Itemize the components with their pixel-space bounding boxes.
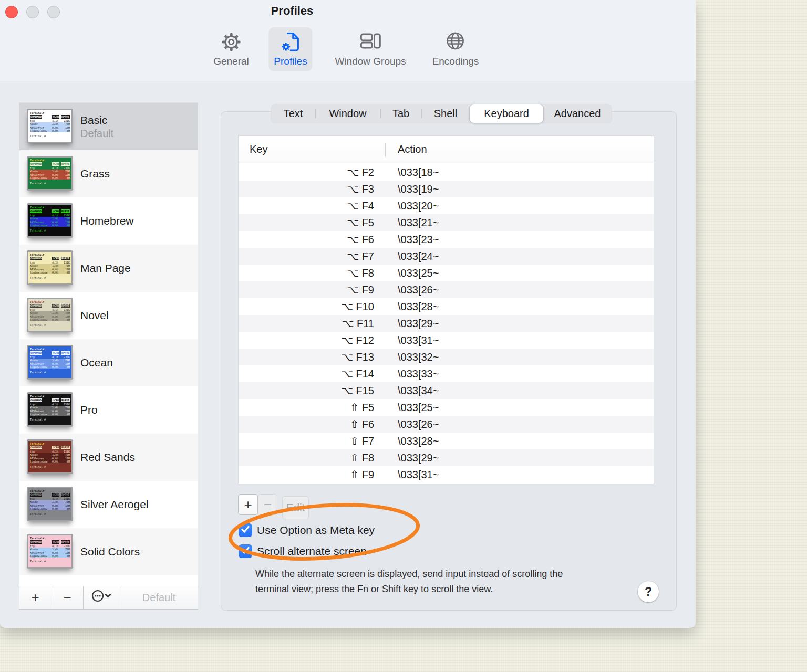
minus-icon: − [264, 497, 272, 513]
table-row[interactable]: ⌥ F3 \033[19~ [239, 181, 654, 197]
action-cell: \033[21~ [385, 217, 439, 229]
toolbar-item-profiles[interactable]: Profiles [268, 27, 312, 71]
scroll-alternate-screen-checkbox[interactable]: Scroll alternate screen [239, 544, 367, 558]
toolbar-item-general[interactable]: General [208, 27, 254, 71]
key-cell: ⌥ F8 [239, 267, 385, 279]
checkbox-label: Scroll alternate screen [257, 545, 367, 558]
table-row[interactable]: ⌥ F5 \033[21~ [239, 214, 654, 231]
thumbnail-row: loginwindow0.0%4M [30, 554, 70, 558]
help-text-line: terminal view; press the Fn or Shift key… [255, 582, 563, 597]
key-cell: ⇧ F7 [239, 435, 385, 447]
profile-list-item[interactable]: Terminal# COMMAND %CPU RPRVT top4.1%231K… [19, 150, 198, 197]
thumbnail-row: loginwindow0.0%4M [30, 318, 70, 321]
tab-text[interactable]: Text [271, 104, 315, 123]
table-row[interactable]: ⇧ F7 \033[28~ [239, 433, 654, 449]
profile-list-item[interactable]: Terminal# COMMAND %CPU RPRVT top4.1%231K… [19, 339, 198, 386]
key-cell: ⇧ F5 [239, 401, 385, 414]
thumbnail-row: loginwindow0.0%4M [30, 129, 70, 132]
checkbox-checked[interactable] [239, 523, 252, 537]
key-cell: ⌥ F5 [239, 216, 385, 229]
thumbnail-row: loginwindow0.0%4M [30, 224, 70, 227]
table-row[interactable]: ⌥ F13 \033[32~ [239, 349, 654, 365]
toolbar-label: General [213, 56, 249, 67]
add-key-button[interactable]: + [238, 494, 258, 515]
thumbnail-row: loginwindow0.0%4M [30, 365, 70, 369]
column-header-action[interactable]: Action [398, 143, 427, 155]
tab-window[interactable]: Window [315, 104, 380, 123]
checkbox-checked[interactable] [239, 544, 252, 558]
profile-sidebar: Terminal# COMMAND %CPU RPRVT top4.1%231K… [19, 102, 198, 610]
table-row[interactable]: ⌥ F2 \033[18~ [239, 164, 654, 181]
table-row[interactable]: ⌥ F12 \033[31~ [239, 332, 654, 349]
table-row[interactable]: ⌥ F11 \033[29~ [239, 315, 654, 332]
toolbar-label: Profiles [274, 56, 307, 67]
table-row[interactable]: ⌥ F6 \033[23~ [239, 231, 654, 248]
key-cell: ⌥ F12 [239, 334, 385, 346]
action-cell: \033[20~ [385, 200, 439, 212]
key-cell: ⌥ F6 [239, 233, 385, 246]
profile-list-item[interactable]: Terminal# COMMAND %CPU RPRVT top4.1%231K… [19, 528, 198, 575]
profile-name: Basic [80, 114, 113, 127]
table-row[interactable]: ⇧ F6 \033[26~ [239, 416, 654, 433]
globe-icon [443, 29, 468, 55]
add-profile-button[interactable]: + [19, 586, 51, 609]
table-row[interactable]: ⌥ F4 \033[20~ [239, 197, 654, 214]
profile-default-badge: Default [80, 128, 113, 140]
key-cell: ⌥ F9 [239, 284, 385, 296]
profile-list-item[interactable]: Terminal# COMMAND %CPU RPRVT top4.1%231K… [19, 481, 198, 528]
action-cell: \033[25~ [385, 267, 439, 279]
checkmark-icon [239, 543, 252, 559]
action-cell: \033[29~ [385, 452, 439, 464]
profile-thumbnail: Terminal# COMMAND %CPU RPRVT top4.1%231K… [27, 250, 73, 285]
tab-advanced[interactable]: Advanced [543, 104, 612, 123]
profile-list-item[interactable]: Terminal# COMMAND %CPU RPRVT top4.1%231K… [19, 386, 198, 434]
key-cell: ⇧ F9 [239, 468, 385, 481]
use-option-as-meta-checkbox[interactable]: Use Option as Meta key [239, 523, 375, 537]
table-row[interactable]: ⇧ F8 \033[29~ [239, 449, 654, 466]
table-row[interactable]: ⌥ F10 \033[28~ [239, 298, 654, 315]
window-title: Profiles [0, 4, 584, 18]
action-cell: \033[29~ [385, 318, 439, 330]
profile-name: Homebrew [80, 215, 134, 227]
help-button[interactable]: ? [638, 581, 659, 602]
thumbnail-row: loginwindow0.0%4M [30, 460, 70, 463]
profile-list-item[interactable]: Terminal# COMMAND %CPU RPRVT top4.1%231K… [19, 292, 198, 339]
action-cell: \033[25~ [385, 402, 439, 414]
column-header-key[interactable]: Key [250, 143, 267, 155]
profile-list-item[interactable]: Terminal# COMMAND %CPU RPRVT top4.1%231K… [19, 103, 198, 150]
table-row[interactable]: ⇧ F9 \033[31~ [239, 466, 654, 483]
key-cell: ⌥ F3 [239, 183, 385, 195]
tab-shell[interactable]: Shell [421, 104, 470, 123]
tab-tab[interactable]: Tab [380, 104, 421, 123]
table-row[interactable]: ⌥ F9 \033[26~ [239, 281, 654, 298]
column-divider[interactable] [385, 143, 386, 156]
toolbar-item-encodings[interactable]: Encodings [427, 27, 484, 71]
table-row[interactable]: ⇧ F5 \033[25~ [239, 399, 654, 416]
edit-key-button[interactable]: Edit [282, 496, 309, 519]
table-row[interactable]: ⌥ F15 \033[34~ [239, 382, 654, 399]
profile-list: Terminal# COMMAND %CPU RPRVT top4.1%231K… [19, 103, 198, 586]
tab-keyboard[interactable]: Keyboard [470, 104, 543, 123]
profile-list-item[interactable]: Terminal# COMMAND %CPU RPRVT top4.1%231K… [19, 245, 198, 292]
action-cell: \033[31~ [385, 469, 439, 481]
table-row[interactable]: ⌥ F14 \033[33~ [239, 365, 654, 382]
table-row[interactable]: ⌥ F7 \033[24~ [239, 248, 654, 265]
key-cell: ⇧ F8 [239, 452, 385, 464]
thumbnail-row: loginwindow0.0%4M [30, 176, 70, 180]
profile-thumbnail: Terminal# COMMAND %CPU RPRVT top4.1%231K… [27, 156, 73, 191]
key-cell: ⌥ F7 [239, 250, 385, 262]
table-row[interactable]: ⌥ F8 \033[25~ [239, 265, 654, 281]
profile-list-item[interactable]: Terminal# COMMAND %CPU RPRVT top4.1%231K… [19, 434, 198, 481]
profile-list-item[interactable]: Terminal# COMMAND %CPU RPRVT top4.1%231K… [19, 197, 198, 245]
set-default-button[interactable]: Default [120, 586, 198, 609]
action-cell: \033[28~ [385, 435, 439, 447]
profile-thumbnail: Terminal# COMMAND %CPU RPRVT top4.1%231K… [27, 109, 73, 143]
table-rows: ⌥ F2 \033[18~ ⌥ F3 \033[19~ ⌥ F4 \033[20… [239, 164, 654, 484]
remove-key-button[interactable]: − [258, 494, 277, 515]
remove-profile-button[interactable]: − [51, 586, 84, 609]
toolbar-item-window-groups[interactable]: Window Groups [329, 27, 411, 71]
profile-thumbnail: Terminal# COMMAND %CPU RPRVT top4.1%231K… [27, 487, 73, 521]
checkbox-label: Use Option as Meta key [257, 524, 375, 537]
action-cell: \033[19~ [385, 183, 439, 195]
more-options-button[interactable] [84, 586, 120, 609]
